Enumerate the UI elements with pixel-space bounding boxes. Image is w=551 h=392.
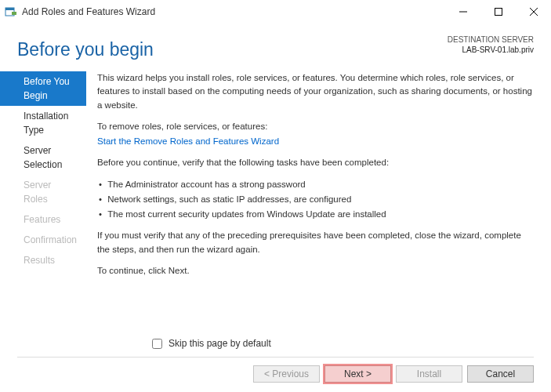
app-icon: [5, 5, 17, 18]
page-title: Before you begin: [17, 39, 154, 60]
maximize-button[interactable]: [480, 0, 516, 24]
intro-paragraph: This wizard helps you install roles, rol…: [97, 71, 534, 112]
content: This wizard helps you install roles, rol…: [86, 71, 551, 332]
previous-button: < Previous: [253, 365, 320, 383]
window-title: Add Roles and Features Wizard: [22, 6, 155, 17]
sidebar-item-confirmation: Confirmation: [0, 230, 86, 250]
titlebar: Add Roles and Features Wizard: [0, 0, 551, 24]
remove-wizard-link[interactable]: Start the Remove Roles and Features Wiza…: [97, 136, 279, 146]
close-button[interactable]: [516, 0, 551, 24]
sidebar-item-server-roles: Server Roles: [0, 175, 86, 209]
skip-row: Skip this page by default: [152, 338, 534, 349]
header: Before you begin DESTINATION SERVER LAB-…: [0, 24, 551, 71]
continue-note: To continue, click Next.: [97, 264, 534, 278]
remove-line: To remove roles, role services, or featu…: [97, 120, 534, 133]
prereq-item: The Administrator account has a strong p…: [97, 178, 534, 191]
prereq-item: Network settings, such as static IP addr…: [97, 193, 534, 206]
next-button[interactable]: Next >: [324, 365, 391, 383]
install-button: Install: [396, 365, 462, 383]
body: Before You BeginInstallation TypeServer …: [0, 71, 551, 332]
minimize-button[interactable]: [445, 0, 480, 24]
svg-rect-2: [12, 12, 16, 15]
skip-label: Skip this page by default: [169, 338, 271, 349]
window-controls: [445, 0, 551, 24]
destination-block: DESTINATION SERVER LAB-SRV-01.lab.priv: [448, 34, 534, 55]
skip-checkbox[interactable]: [152, 339, 162, 349]
sidebar-item-server-selection[interactable]: Server Selection: [0, 140, 86, 175]
verify-line: Before you continue, verify that the fol…: [97, 156, 534, 169]
footer: Skip this page by default < Previous Nex…: [0, 332, 551, 392]
destination-value: LAB-SRV-01.lab.priv: [448, 45, 534, 55]
svg-rect-4: [495, 9, 502, 16]
close-note: If you must verify that any of the prece…: [97, 229, 534, 256]
sidebar-item-before-you-begin[interactable]: Before You Begin: [0, 71, 86, 106]
sidebar-item-installation-type[interactable]: Installation Type: [0, 106, 86, 140]
button-row: < Previous Next > Install Cancel: [17, 357, 534, 383]
destination-label: DESTINATION SERVER: [448, 34, 534, 45]
sidebar-item-features: Features: [0, 209, 86, 230]
sidebar-item-results: Results: [0, 250, 86, 270]
svg-rect-1: [5, 8, 14, 10]
sidebar: Before You BeginInstallation TypeServer …: [0, 71, 86, 332]
prereq-item: The most current security updates from W…: [97, 208, 534, 221]
prereq-list: The Administrator account has a strong p…: [97, 178, 534, 222]
cancel-button[interactable]: Cancel: [467, 365, 534, 383]
